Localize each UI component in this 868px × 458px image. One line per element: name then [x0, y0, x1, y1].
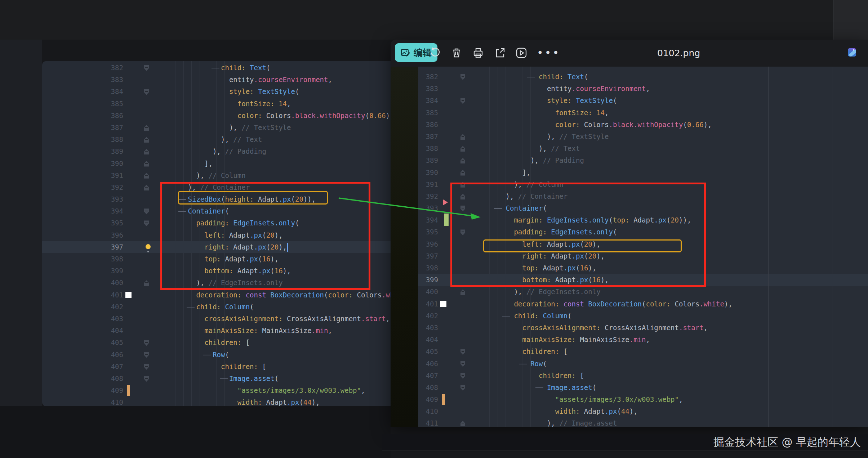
code-line[interactable]: 407 children: [ [42, 361, 391, 373]
code-text[interactable]: ), // Text [467, 143, 580, 154]
code-line[interactable]: 401 decoration: const BoxDecoration(colo… [42, 289, 391, 301]
code-line[interactable]: 403 crossAxisAlignment: CrossAxisAlignme… [418, 322, 868, 334]
code-text[interactable]: child: Column( [467, 310, 572, 322]
code-line[interactable]: 386 color: Colors.black.withOpacity(0.66… [42, 110, 391, 122]
code-line[interactable]: 390 ], [42, 158, 391, 170]
more-icon[interactable]: ••• [537, 47, 560, 59]
code-line[interactable]: 409 "assets/images/3.0x/w003.webp", [418, 394, 868, 405]
fold-slot[interactable] [135, 349, 151, 361]
fold-slot[interactable] [135, 122, 151, 134]
code-line[interactable]: 391 ), // Column [42, 170, 391, 181]
rotate-icon[interactable] [429, 47, 441, 59]
code-text[interactable]: child: Column( [151, 301, 254, 313]
code-text[interactable]: ), // EdgeInsets.only [467, 286, 601, 298]
code-line[interactable]: 404 mainAxisSize: MainAxisSize.min, [42, 325, 391, 337]
code-text[interactable]: Row( [467, 358, 547, 370]
code-text[interactable]: ], [151, 158, 213, 170]
code-text[interactable]: Image.asset( [467, 382, 596, 394]
code-line[interactable]: 387 ), // TextStyle [418, 131, 868, 143]
code-text[interactable]: entity.courseEnvironment, [467, 83, 650, 95]
fold-slot[interactable] [451, 131, 467, 143]
code-line[interactable]: 388 ), // Text [42, 134, 391, 145]
code-line[interactable]: 408 Image.asset( [418, 382, 868, 394]
code-line[interactable]: 405 children: [ [418, 346, 868, 358]
code-text[interactable]: children: [ [151, 337, 250, 349]
code-text[interactable]: ), // TextStyle [467, 131, 609, 143]
code-line[interactable]: 403 crossAxisAlignment: CrossAxisAlignme… [42, 313, 391, 325]
fold-slot[interactable] [451, 95, 467, 107]
code-line[interactable]: 408 Image.asset( [42, 373, 391, 385]
fold-slot[interactable] [135, 217, 151, 229]
fold-slot[interactable] [135, 145, 151, 157]
fold-slot[interactable] [135, 181, 151, 193]
code-text[interactable]: ), // Image.asset [467, 417, 617, 427]
code-line[interactable]: 389 ), // Padding [418, 154, 868, 166]
code-text[interactable]: width: Adapt.px(44), [151, 396, 320, 406]
trash-icon[interactable] [450, 47, 463, 59]
code-text[interactable]: color: Colors.black.withOpacity(0.66), [467, 119, 712, 131]
code-text[interactable]: fontSize: 14, [151, 98, 291, 110]
code-line[interactable]: 383 entity.courseEnvironment, [42, 74, 391, 86]
fold-slot[interactable] [451, 167, 467, 179]
fold-slot[interactable] [451, 382, 467, 394]
share-icon[interactable] [494, 47, 506, 59]
code-text[interactable]: "assets/images/3.0x/w003.webp", [151, 385, 365, 396]
code-text[interactable]: style: TextStyle( [467, 95, 617, 107]
code-text[interactable]: child: Text( [467, 71, 588, 83]
fold-slot[interactable] [135, 337, 151, 349]
code-text[interactable]: decoration: const BoxDecoration(color: C… [467, 298, 733, 310]
play-icon[interactable] [515, 47, 528, 59]
fold-slot[interactable] [135, 62, 151, 74]
code-text[interactable]: ), // Padding [467, 154, 584, 166]
code-line[interactable]: 382 child: Text( [418, 71, 868, 83]
code-text[interactable]: Row( [151, 349, 229, 361]
code-line[interactable]: 384 style: TextStyle( [418, 95, 868, 107]
code-text[interactable]: child: Text( [151, 62, 270, 74]
code-line[interactable]: 385 fontSize: 14, [42, 98, 391, 110]
code-text[interactable]: ), // Column [151, 170, 246, 181]
code-line[interactable]: 382 child: Text( [42, 62, 391, 74]
code-line[interactable]: 410 width: Adapt.px(44), [418, 405, 868, 417]
code-line[interactable]: 405 children: [ [42, 337, 391, 349]
fold-slot[interactable] [451, 71, 467, 83]
code-text[interactable]: children: [ [467, 346, 567, 358]
fold-slot[interactable] [451, 417, 467, 427]
code-line[interactable]: 386 color: Colors.black.withOpacity(0.66… [418, 119, 868, 131]
code-line[interactable]: 410 width: Adapt.px(44), [42, 396, 391, 406]
code-text[interactable]: fontSize: 14, [467, 107, 609, 119]
code-text[interactable]: ), // TextStyle [151, 122, 291, 134]
code-text[interactable]: decoration: const BoxDecoration(color: C… [151, 289, 391, 301]
code-text[interactable]: ], [467, 167, 530, 179]
code-line[interactable]: 406 Row( [42, 349, 391, 361]
code-line[interactable]: 383 entity.courseEnvironment, [418, 83, 868, 95]
code-text[interactable]: children: [ [151, 361, 266, 373]
fold-slot[interactable] [135, 361, 151, 373]
code-line[interactable]: 411 ), // Image.asset [418, 417, 868, 427]
code-line[interactable]: 409 "assets/images/3.0x/w003.webp", [42, 385, 391, 396]
code-text[interactable]: crossAxisAlignment: CrossAxisAlignment.s… [467, 322, 708, 334]
code-line[interactable]: 404 mainAxisSize: MainAxisSize.min, [418, 334, 868, 346]
code-line[interactable]: 407 children: [ [418, 370, 868, 382]
code-text[interactable]: Image.asset( [151, 373, 279, 385]
fold-slot[interactable] [135, 205, 151, 217]
code-text[interactable]: style: TextStyle( [151, 86, 299, 98]
code-text[interactable]: ), // Padding [151, 145, 266, 157]
code-line[interactable]: 388 ), // Text [418, 143, 868, 154]
code-line[interactable]: 402 child: Column( [418, 310, 868, 322]
print-icon[interactable] [472, 47, 484, 59]
fold-slot[interactable] [451, 286, 467, 298]
fold-slot[interactable] [451, 370, 467, 382]
code-text[interactable]: color: Colors.black.withOpacity(0.66), [151, 110, 391, 122]
code-line[interactable]: 401 decoration: const BoxDecoration(colo… [418, 298, 868, 310]
fold-slot[interactable] [135, 86, 151, 98]
code-line[interactable]: 389 ), // Padding [42, 145, 391, 157]
code-text[interactable]: width: Adapt.px(44), [467, 405, 638, 417]
code-text[interactable]: "assets/images/3.0x/w003.webp", [467, 394, 683, 405]
code-line[interactable]: 385 fontSize: 14, [418, 107, 868, 119]
code-text[interactable]: ), // Text [151, 134, 262, 145]
code-line[interactable]: 384 style: TextStyle( [42, 86, 391, 98]
code-text[interactable]: crossAxisAlignment: CrossAxisAlignment.s… [151, 313, 390, 325]
code-text[interactable]: mainAxisSize: MainAxisSize.min, [467, 334, 650, 346]
fold-slot[interactable] [451, 154, 467, 166]
code-line[interactable]: 402 child: Column( [42, 301, 391, 313]
